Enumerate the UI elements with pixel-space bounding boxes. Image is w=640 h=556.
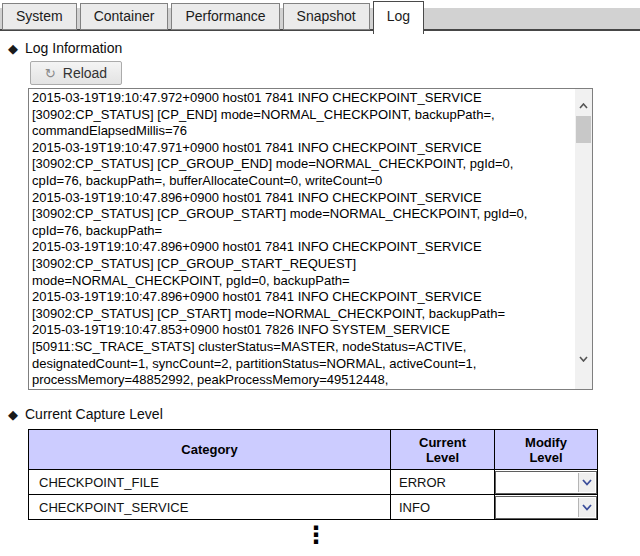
tab-container[interactable]: Container bbox=[80, 3, 169, 30]
diamond-bullet-icon: ◆ bbox=[8, 407, 18, 422]
modify-level-cell bbox=[495, 470, 598, 495]
capture-level-table: Category Current Level Modify Level CHEC… bbox=[28, 429, 598, 520]
refresh-icon: ↻ bbox=[45, 67, 56, 80]
log-information-title: Log Information bbox=[25, 40, 122, 56]
chevron-down-icon bbox=[582, 504, 592, 511]
scroll-down-button[interactable] bbox=[575, 350, 592, 367]
scrollbar-thumb[interactable] bbox=[576, 116, 591, 143]
log-text[interactable]: 2015-03-19T19:10:47.972+0900 host01 7841… bbox=[32, 90, 572, 388]
modify-level-select[interactable] bbox=[495, 471, 597, 494]
current-capture-level-title: Current Capture Level bbox=[25, 406, 163, 422]
more-rows-ellipsis: ⋮ bbox=[304, 518, 328, 552]
current-level-cell: INFO bbox=[391, 495, 495, 520]
tab-bar: System Container Performance Snapshot Lo… bbox=[0, 0, 640, 34]
log-viewer[interactable]: 2015-03-19T19:10:47.972+0900 host01 7841… bbox=[28, 88, 593, 390]
log-information-heading: ◆ Log Information bbox=[8, 40, 122, 56]
category-cell: CHECKPOINT_SERVICE bbox=[29, 495, 391, 520]
chevron-up-icon bbox=[579, 103, 588, 109]
table-row: CHECKPOINT_SERVICE INFO bbox=[29, 495, 598, 520]
table-row: CHECKPOINT_FILE ERROR bbox=[29, 470, 598, 495]
category-cell: CHECKPOINT_FILE bbox=[29, 470, 391, 495]
table-header-row: Category Current Level Modify Level bbox=[29, 430, 598, 470]
modify-level-cell bbox=[495, 495, 598, 520]
modify-level-select[interactable] bbox=[495, 496, 597, 519]
column-header-current-level: Current Level bbox=[391, 430, 495, 470]
diamond-bullet-icon: ◆ bbox=[8, 41, 18, 56]
reload-button-label: Reload bbox=[63, 65, 107, 81]
tab-system[interactable]: System bbox=[2, 3, 77, 30]
current-level-cell: ERROR bbox=[391, 470, 495, 495]
column-header-modify-level: Modify Level bbox=[495, 430, 598, 470]
dropdown-arrow-button[interactable] bbox=[578, 498, 595, 517]
reload-button[interactable]: ↻ Reload bbox=[30, 61, 122, 85]
tab-log[interactable]: Log bbox=[373, 1, 424, 34]
chevron-down-icon bbox=[579, 356, 588, 362]
log-scrollbar[interactable] bbox=[575, 89, 592, 389]
dropdown-arrow-button[interactable] bbox=[578, 473, 595, 492]
current-capture-level-heading: ◆ Current Capture Level bbox=[8, 406, 163, 422]
tab-list: System Container Performance Snapshot Lo… bbox=[2, 3, 424, 34]
chevron-down-icon bbox=[582, 479, 592, 486]
scroll-up-button[interactable] bbox=[575, 97, 592, 114]
tab-performance[interactable]: Performance bbox=[171, 3, 279, 30]
column-header-category: Category bbox=[29, 430, 391, 470]
tab-snapshot[interactable]: Snapshot bbox=[283, 3, 370, 30]
